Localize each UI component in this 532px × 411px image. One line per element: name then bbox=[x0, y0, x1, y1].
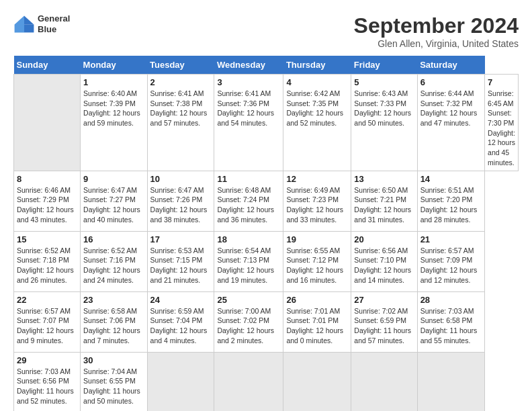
day-cell: 26Sunrise: 7:01 AMSunset: 7:01 PMDayligh… bbox=[283, 291, 351, 352]
day-info: Sunrise: 6:44 AMSunset: 7:32 PMDaylight:… bbox=[420, 89, 482, 128]
day-cell: 23Sunrise: 6:58 AMSunset: 7:06 PMDayligh… bbox=[81, 291, 147, 352]
logo-line2: Blue bbox=[38, 24, 56, 34]
day-number: 13 bbox=[354, 174, 414, 184]
day-number: 27 bbox=[354, 295, 414, 305]
day-cell: 17Sunrise: 6:53 AMSunset: 7:15 PMDayligh… bbox=[147, 231, 214, 291]
day-info: Sunrise: 6:52 AMSunset: 7:16 PMDaylight:… bbox=[83, 246, 144, 285]
logo-text: General Blue bbox=[38, 13, 70, 34]
day-cell: 2Sunrise: 6:41 AMSunset: 7:38 PMDaylight… bbox=[147, 75, 214, 171]
day-cell: 27Sunrise: 7:02 AMSunset: 6:59 PMDayligh… bbox=[351, 291, 417, 352]
day-number: 23 bbox=[83, 295, 144, 305]
day-cell: 9Sunrise: 6:47 AMSunset: 7:27 PMDaylight… bbox=[81, 171, 147, 231]
day-info: Sunrise: 7:03 AMSunset: 6:56 PMDaylight:… bbox=[17, 367, 77, 406]
column-header-tuesday: Tuesday bbox=[147, 56, 214, 75]
day-cell: 13Sunrise: 6:50 AMSunset: 7:21 PMDayligh… bbox=[351, 171, 417, 231]
day-cell: 29Sunrise: 7:03 AMSunset: 6:56 PMDayligh… bbox=[14, 352, 81, 411]
day-info: Sunrise: 6:49 AMSunset: 7:23 PMDaylight:… bbox=[286, 185, 348, 225]
day-info: Sunrise: 7:03 AMSunset: 6:58 PMDaylight:… bbox=[420, 306, 482, 346]
day-cell: 22Sunrise: 6:57 AMSunset: 7:07 PMDayligh… bbox=[14, 291, 81, 352]
month-title: September 2024 bbox=[354, 13, 519, 38]
day-cell: 18Sunrise: 6:54 AMSunset: 7:13 PMDayligh… bbox=[214, 231, 283, 291]
day-number: 6 bbox=[420, 77, 482, 87]
week-row-1: 1Sunrise: 6:40 AMSunset: 7:39 PMDaylight… bbox=[14, 75, 519, 171]
day-cell: 24Sunrise: 6:59 AMSunset: 7:04 PMDayligh… bbox=[147, 291, 214, 352]
day-cell: 12Sunrise: 6:49 AMSunset: 7:23 PMDayligh… bbox=[283, 171, 351, 231]
day-number: 30 bbox=[83, 355, 144, 365]
day-info: Sunrise: 6:45 AMSunset: 7:30 PMDaylight:… bbox=[488, 89, 515, 168]
day-number: 20 bbox=[354, 234, 414, 244]
day-cell: 28Sunrise: 7:03 AMSunset: 6:58 PMDayligh… bbox=[417, 291, 484, 352]
calendar-table: SundayMondayTuesdayWednesdayThursdayFrid… bbox=[13, 56, 519, 411]
day-cell bbox=[417, 352, 484, 411]
day-info: Sunrise: 6:54 AMSunset: 7:13 PMDaylight:… bbox=[217, 246, 280, 285]
day-number: 4 bbox=[286, 77, 348, 87]
header: General Blue September 2024 Glen Allen, … bbox=[13, 13, 519, 49]
day-cell: 6Sunrise: 6:44 AMSunset: 7:32 PMDaylight… bbox=[417, 75, 484, 171]
day-info: Sunrise: 6:56 AMSunset: 7:10 PMDaylight:… bbox=[354, 246, 414, 285]
column-header-friday: Friday bbox=[351, 56, 417, 75]
column-header-wednesday: Wednesday bbox=[214, 56, 283, 75]
day-info: Sunrise: 6:47 AMSunset: 7:26 PMDaylight:… bbox=[150, 185, 212, 225]
week-row-2: 8Sunrise: 6:46 AMSunset: 7:29 PMDaylight… bbox=[14, 171, 519, 231]
day-number: 1 bbox=[83, 77, 144, 87]
column-header-thursday: Thursday bbox=[283, 56, 351, 75]
day-cell: 4Sunrise: 6:42 AMSunset: 7:35 PMDaylight… bbox=[283, 75, 351, 171]
title-area: September 2024 Glen Allen, Virginia, Uni… bbox=[354, 13, 519, 49]
day-cell bbox=[283, 352, 351, 411]
day-number: 22 bbox=[17, 295, 77, 305]
day-number: 10 bbox=[150, 174, 212, 184]
day-number: 24 bbox=[150, 295, 212, 305]
day-number: 11 bbox=[217, 174, 280, 184]
logo-icon bbox=[13, 15, 35, 34]
day-info: Sunrise: 6:58 AMSunset: 7:06 PMDaylight:… bbox=[83, 306, 144, 346]
day-cell: 10Sunrise: 6:47 AMSunset: 7:26 PMDayligh… bbox=[147, 171, 214, 231]
day-number: 5 bbox=[354, 77, 414, 87]
day-number: 29 bbox=[17, 355, 77, 365]
day-number: 2 bbox=[150, 77, 212, 87]
day-cell bbox=[214, 352, 283, 411]
day-number: 18 bbox=[217, 234, 280, 244]
day-number: 7 bbox=[488, 77, 515, 87]
day-info: Sunrise: 7:01 AMSunset: 7:01 PMDaylight:… bbox=[286, 306, 348, 346]
svg-marker-2 bbox=[15, 15, 24, 32]
column-header-saturday: Saturday bbox=[417, 56, 484, 75]
day-info: Sunrise: 6:47 AMSunset: 7:27 PMDaylight:… bbox=[83, 185, 144, 225]
day-info: Sunrise: 6:43 AMSunset: 7:33 PMDaylight:… bbox=[354, 89, 414, 128]
day-info: Sunrise: 6:53 AMSunset: 7:15 PMDaylight:… bbox=[150, 246, 212, 285]
day-number: 12 bbox=[286, 174, 348, 184]
day-cell: 8Sunrise: 6:46 AMSunset: 7:29 PMDaylight… bbox=[14, 171, 81, 231]
day-number: 8 bbox=[17, 174, 77, 184]
day-info: Sunrise: 6:57 AMSunset: 7:07 PMDaylight:… bbox=[17, 306, 77, 346]
day-cell: 11Sunrise: 6:48 AMSunset: 7:24 PMDayligh… bbox=[214, 171, 283, 231]
logo: General Blue bbox=[13, 13, 70, 34]
day-info: Sunrise: 6:52 AMSunset: 7:18 PMDaylight:… bbox=[17, 246, 77, 285]
day-cell: 19Sunrise: 6:55 AMSunset: 7:12 PMDayligh… bbox=[283, 231, 351, 291]
day-info: Sunrise: 6:42 AMSunset: 7:35 PMDaylight:… bbox=[286, 89, 348, 128]
day-cell: 16Sunrise: 6:52 AMSunset: 7:16 PMDayligh… bbox=[81, 231, 147, 291]
day-cell: 3Sunrise: 6:41 AMSunset: 7:36 PMDaylight… bbox=[214, 75, 283, 171]
day-info: Sunrise: 6:41 AMSunset: 7:38 PMDaylight:… bbox=[150, 89, 212, 128]
logo-line1: General bbox=[38, 13, 70, 24]
day-info: Sunrise: 6:50 AMSunset: 7:21 PMDaylight:… bbox=[354, 185, 414, 225]
day-number: 3 bbox=[217, 77, 280, 87]
day-info: Sunrise: 7:02 AMSunset: 6:59 PMDaylight:… bbox=[354, 306, 414, 346]
day-number: 19 bbox=[286, 234, 348, 244]
day-info: Sunrise: 6:59 AMSunset: 7:04 PMDaylight:… bbox=[150, 306, 212, 346]
day-number: 25 bbox=[217, 295, 280, 305]
day-info: Sunrise: 6:57 AMSunset: 7:09 PMDaylight:… bbox=[420, 246, 482, 285]
day-info: Sunrise: 7:00 AMSunset: 7:02 PMDaylight:… bbox=[217, 306, 280, 346]
week-row-4: 22Sunrise: 6:57 AMSunset: 7:07 PMDayligh… bbox=[14, 291, 519, 352]
day-info: Sunrise: 6:40 AMSunset: 7:39 PMDaylight:… bbox=[83, 89, 144, 128]
day-cell: 20Sunrise: 6:56 AMSunset: 7:10 PMDayligh… bbox=[351, 231, 417, 291]
day-number: 21 bbox=[420, 234, 482, 244]
svg-marker-0 bbox=[24, 15, 34, 24]
day-cell: 15Sunrise: 6:52 AMSunset: 7:18 PMDayligh… bbox=[14, 231, 81, 291]
header-row: SundayMondayTuesdayWednesdayThursdayFrid… bbox=[14, 56, 519, 75]
day-cell: 14Sunrise: 6:51 AMSunset: 7:20 PMDayligh… bbox=[417, 171, 484, 231]
day-info: Sunrise: 6:48 AMSunset: 7:24 PMDaylight:… bbox=[217, 185, 280, 225]
day-info: Sunrise: 6:41 AMSunset: 7:36 PMDaylight:… bbox=[217, 89, 280, 128]
day-info: Sunrise: 6:51 AMSunset: 7:20 PMDaylight:… bbox=[420, 185, 482, 225]
day-number: 14 bbox=[420, 174, 482, 184]
column-header-sunday: Sunday bbox=[14, 56, 81, 75]
day-cell: 21Sunrise: 6:57 AMSunset: 7:09 PMDayligh… bbox=[417, 231, 484, 291]
